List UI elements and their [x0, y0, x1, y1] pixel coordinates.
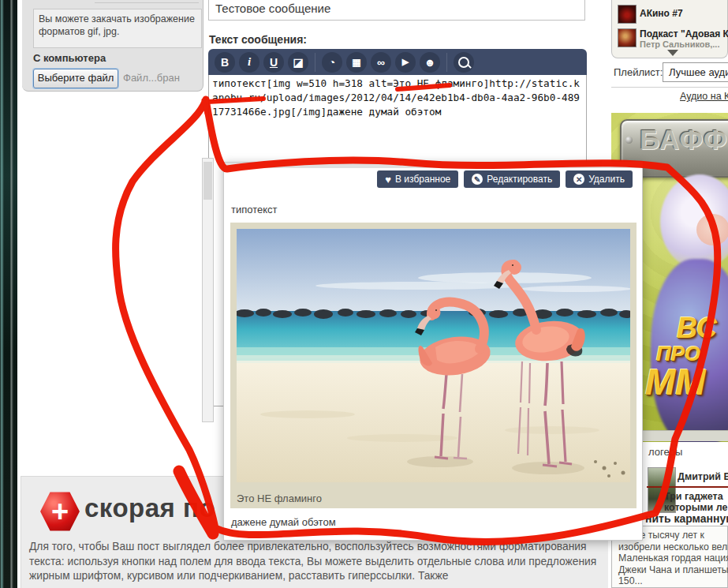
delete-label: Удалить: [588, 174, 625, 185]
site-background-strip: [0, 0, 17, 588]
teaser-line: Маленькая гордая нация пр: [618, 552, 727, 564]
blogger-name[interactable]: Дмитрий Вес: [678, 471, 728, 482]
search-icon: [458, 57, 469, 68]
blogger-divider: [647, 486, 728, 488]
message-label: Текст сообщения:: [209, 33, 307, 46]
page: Вы можете закачать изображение форматов …: [0, 0, 728, 588]
audio-item-thumb: [618, 28, 637, 47]
favorite-button[interactable]: ♥ В избранное: [377, 170, 458, 188]
popup-top-bar: [224, 163, 642, 168]
teaser-line: 150...: [618, 575, 727, 587]
insert-video-button[interactable]: ▶: [395, 52, 416, 73]
blogger-post-line[interactable]: Три гаджета: [664, 491, 723, 502]
audio-item-thumb: [618, 5, 637, 24]
toolbar-separator: [315, 53, 315, 72]
banner-gold-line3: ММ: [645, 361, 706, 403]
audio-item-title[interactable]: АКино #7: [640, 8, 683, 19]
expand-arrow-icon[interactable]: [667, 50, 678, 56]
favorite-label: В избранное: [395, 174, 450, 185]
bold-button[interactable]: B: [215, 52, 235, 73]
eraser-button[interactable]: ◪: [288, 52, 308, 73]
from-computer-label: С компьютера: [33, 52, 106, 64]
audio-item-subtitle: Петр Сальников,...: [640, 39, 728, 49]
post-after-text: дажене думай обэтом: [231, 516, 336, 528]
clock-icon: ◔: [329, 56, 335, 69]
insert-user-button[interactable]: ☻: [420, 52, 440, 73]
teaser-line: изобрели несколько велики: [618, 541, 727, 553]
post-preview-popup: ♥ В избранное ✎ Редактировать ✕ Удалить …: [223, 162, 643, 541]
playlist-label: Плейлист:: [614, 66, 663, 78]
post-title-input[interactable]: [208, 0, 585, 21]
choose-file-button[interactable]: Выберите файл: [33, 69, 118, 88]
italic-button[interactable]: i: [239, 52, 259, 73]
image-icon: ▦: [352, 57, 360, 68]
underline-icon: U: [270, 56, 278, 69]
banner-gold-line1: ВС: [677, 312, 717, 345]
insert-link-button[interactable]: ∞: [371, 52, 391, 73]
post-image-panel: Это НЕ фламинго: [230, 223, 637, 508]
user-icon: ☻: [424, 56, 436, 69]
editor-toolbar: B i U ◪ ◔ ▦ ∞ ▶ ☻: [208, 49, 587, 75]
teaser-line: Джеки Чана и планшеты на: [618, 564, 727, 576]
close-icon: ✕: [573, 174, 584, 185]
toolbar-separator: [446, 53, 447, 72]
playlist-select[interactable]: Лучшее аудио: [663, 62, 728, 82]
link-icon: ∞: [377, 56, 385, 69]
preview-button[interactable]: [454, 52, 474, 73]
insert-image-button[interactable]: ▦: [346, 52, 367, 73]
image-caption: Это НЕ фламинго: [237, 492, 322, 504]
edit-button[interactable]: ✎ Редактировать: [464, 170, 560, 188]
rivet-icon: [625, 137, 633, 144]
heart-icon: ♥: [385, 174, 391, 185]
character-face: [696, 214, 728, 245]
pencil-icon: ✎: [472, 174, 483, 185]
blogger-post-line[interactable]: которыми ле: [664, 502, 727, 513]
bloggers-header: логеры: [648, 446, 682, 458]
help-heading: скорая по: [84, 493, 215, 523]
underline-button[interactable]: U: [263, 52, 284, 73]
italic-icon: i: [248, 55, 251, 69]
delete-button[interactable]: ✕ Удалить: [566, 170, 633, 188]
flamingo-photo: [237, 229, 630, 482]
audio-link[interactable]: Аудио на Ка: [680, 91, 728, 102]
spoiler-button[interactable]: ◔: [322, 52, 342, 73]
play-icon: ▶: [402, 57, 409, 67]
banner-plate-text: БАФФ: [640, 124, 728, 155]
edit-label: Редактировать: [487, 174, 552, 185]
audio-item-title[interactable]: Подкаст "Адовая К: [640, 28, 728, 39]
help-paragraph: Для того, чтобы Ваш пост выглядел более …: [29, 540, 602, 584]
bold-icon: B: [221, 56, 229, 69]
popup-buttons: ♥ В избранное ✎ Редактировать ✕ Удалить: [377, 170, 633, 188]
blogger-post-line[interactable]: нить карманную: [645, 512, 728, 525]
panel-divider: [95, 2, 199, 3]
sidebar-divider: [611, 87, 728, 88]
upload-hint: Вы можете закачать изображение форматов …: [33, 9, 202, 48]
scrollbar-thumb[interactable]: [203, 162, 212, 200]
post-body-text: типотекст: [231, 204, 278, 215]
eraser-icon: ◪: [293, 56, 303, 69]
file-status-text: Файл...бран: [123, 72, 180, 84]
